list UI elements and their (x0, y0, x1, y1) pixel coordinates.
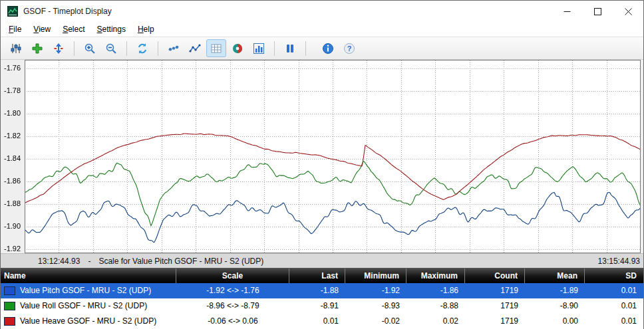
grid-icon (210, 43, 222, 55)
help-icon: ? (343, 43, 355, 55)
cell-sd: 0.01 (585, 314, 643, 329)
app-icon (7, 6, 18, 17)
cell-sd: 0.01 (585, 298, 643, 314)
cell-count: 1719 (465, 298, 525, 314)
close-button[interactable] (613, 1, 643, 22)
window: GSOF - Timeplot Display File View Select… (0, 0, 644, 329)
cell-count: 1719 (465, 314, 525, 329)
time-status-bar: 13:12:44.93 - Scale for Value Pitch GSOF… (1, 253, 643, 269)
toolbar-separator (274, 41, 275, 56)
sliders-icon (10, 43, 22, 55)
series-name-cell: Value Roll GSOF - MRU - S2 (UDP) (1, 298, 176, 314)
markers-icon (168, 43, 180, 55)
show-lines-button[interactable] (185, 39, 205, 57)
info-button[interactable] (318, 39, 338, 57)
zoom-in-button[interactable] (80, 39, 100, 57)
menu-file[interactable]: File (3, 22, 27, 37)
menu-help[interactable]: Help (132, 22, 160, 37)
table-row[interactable]: Value Pitch GSOF - MRU - S2 (UDP)-1.92 <… (1, 283, 643, 298)
series-table-body: Value Pitch GSOF - MRU - S2 (UDP)-1.92 <… (1, 283, 643, 329)
zoom-out-icon (105, 43, 117, 55)
column-header-minimum[interactable]: Minimum (345, 269, 406, 283)
zoom-in-icon (84, 43, 96, 55)
minimize-button[interactable] (552, 1, 582, 22)
end-time: 13:15:44.93 (598, 257, 640, 266)
status-separator: - (88, 257, 90, 266)
scale-description: Scale for Value Pitch GSOF - MRU - S2 (U… (98, 257, 263, 266)
series-name-cell: Value Pitch GSOF - MRU - S2 (UDP) (1, 283, 176, 298)
table-row[interactable]: Value Heave GSOF - MRU - S2 (UDP)-0.06 <… (1, 314, 643, 329)
info-icon (322, 43, 334, 55)
cell-max: -1.86 (406, 283, 465, 298)
cell-last: -8.91 (289, 298, 345, 314)
vertical-scale-arrows-icon (53, 43, 65, 55)
histogram-icon (253, 43, 265, 55)
column-header-name[interactable]: Name (1, 269, 176, 283)
help-button[interactable]: ? (339, 39, 359, 57)
cell-scale: -1.92 <-> -1.76 (176, 283, 289, 298)
series-color-swatch (4, 286, 15, 295)
zoom-out-button[interactable] (101, 39, 121, 57)
window-controls (552, 1, 643, 22)
cell-min: -1.92 (345, 283, 406, 298)
maximize-button[interactable] (582, 1, 613, 22)
timeplot-app-icon (7, 6, 18, 17)
column-header-mean[interactable]: Mean (525, 269, 585, 283)
cell-mean: 0.00 (525, 314, 585, 329)
series-color-swatch (4, 317, 15, 326)
show-grid-button[interactable] (206, 39, 226, 57)
cell-min: -8.93 (345, 298, 406, 314)
line-plot-icon (189, 43, 201, 55)
table-header: Name Scale Last Minimum Maximum Count Me… (1, 269, 643, 283)
series-name: Value Pitch GSOF - MRU - S2 (UDP) (20, 283, 151, 298)
toolbar: ? (1, 37, 643, 60)
maximize-icon (594, 8, 601, 15)
add-series-button[interactable] (27, 39, 47, 57)
cell-last: 0.01 (289, 314, 345, 329)
cell-mean: -1.89 (525, 283, 585, 298)
plus-icon (31, 43, 43, 55)
column-header-scale[interactable]: Scale (176, 269, 289, 283)
chart-area (1, 60, 643, 253)
toolbar-separator (126, 41, 127, 56)
toolbar-separator (305, 41, 306, 56)
window-title: GSOF - Timeplot Display (23, 7, 112, 16)
show-markers-button[interactable] (164, 39, 184, 57)
fit-scale-button[interactable] (49, 39, 69, 57)
cell-scale: -8.96 <-> -8.79 (176, 298, 289, 314)
pause-icon (284, 43, 296, 55)
pause-button[interactable] (280, 39, 300, 57)
column-header-count[interactable]: Count (465, 269, 525, 283)
colors-button[interactable] (228, 39, 247, 57)
close-icon (625, 8, 632, 15)
series-name: Value Heave GSOF - MRU - S2 (UDP) (20, 314, 156, 329)
series-name-cell: Value Heave GSOF - MRU - S2 (UDP) (1, 314, 176, 329)
cell-count: 1719 (465, 283, 525, 298)
cell-scale: -0.06 <-> 0.06 (176, 314, 289, 329)
timeplot-canvas[interactable] (1, 60, 643, 253)
menubar: File View Select Settings Help (1, 22, 643, 37)
histogram-button[interactable] (249, 39, 269, 57)
menu-select[interactable]: Select (57, 22, 90, 37)
toolbar-separator (74, 41, 75, 56)
toolbar-separator (158, 41, 158, 56)
menu-settings[interactable]: Settings (91, 22, 132, 37)
refresh-button[interactable] (132, 39, 152, 57)
titlebar: GSOF - Timeplot Display (1, 1, 643, 22)
column-header-maximum[interactable]: Maximum (406, 269, 465, 283)
table-row[interactable]: Value Roll GSOF - MRU - S2 (UDP)-8.96 <-… (1, 298, 643, 314)
cell-last: -1.88 (289, 283, 345, 298)
channel-sliders-button[interactable] (6, 39, 26, 57)
column-header-last[interactable]: Last (289, 269, 345, 283)
refresh-icon (136, 43, 148, 55)
menu-view[interactable]: View (27, 22, 57, 37)
start-time: 13:12:44.93 (38, 257, 80, 266)
series-color-swatch (4, 302, 15, 310)
color-wheel-icon (232, 43, 243, 55)
cell-mean: -8.90 (525, 298, 585, 314)
cell-max: 0.02 (406, 314, 465, 329)
cell-max: -8.88 (406, 298, 465, 314)
column-header-sd[interactable]: SD (585, 269, 643, 283)
svg-text:?: ? (347, 45, 352, 53)
cell-min: -0.02 (345, 314, 406, 329)
